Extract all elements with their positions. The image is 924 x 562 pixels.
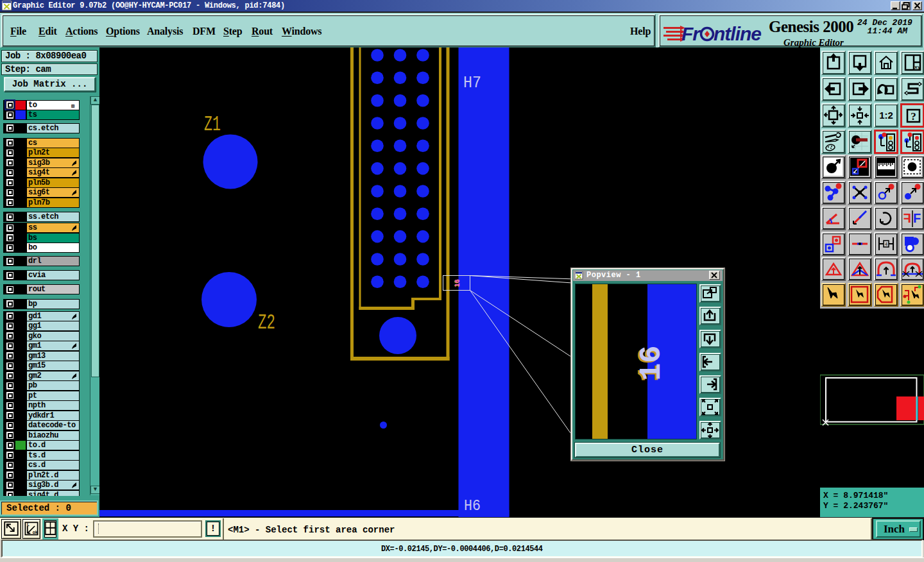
svg-text:Z1: Z1	[204, 113, 221, 137]
svg-text:1:2: 1:2	[879, 110, 893, 121]
svg-text:?: ?	[911, 110, 916, 123]
svg-text:ntline: ntline	[714, 23, 761, 44]
svg-text:xy: xy	[914, 64, 921, 70]
svg-text:16: 16	[454, 279, 461, 287]
svg-text:Fr: Fr	[681, 23, 701, 44]
svg-text:4: 4	[885, 242, 887, 247]
svg-text:F: F	[903, 211, 911, 225]
svg-text:16: 16	[635, 345, 669, 380]
svg-text:F: F	[913, 211, 921, 225]
svg-text:ok: ok	[33, 530, 38, 535]
svg-text:H7: H7	[463, 73, 481, 92]
svg-text:H6: H6	[464, 498, 481, 515]
svg-text:Z2: Z2	[258, 311, 275, 335]
svg-text:L: L	[27, 522, 30, 527]
